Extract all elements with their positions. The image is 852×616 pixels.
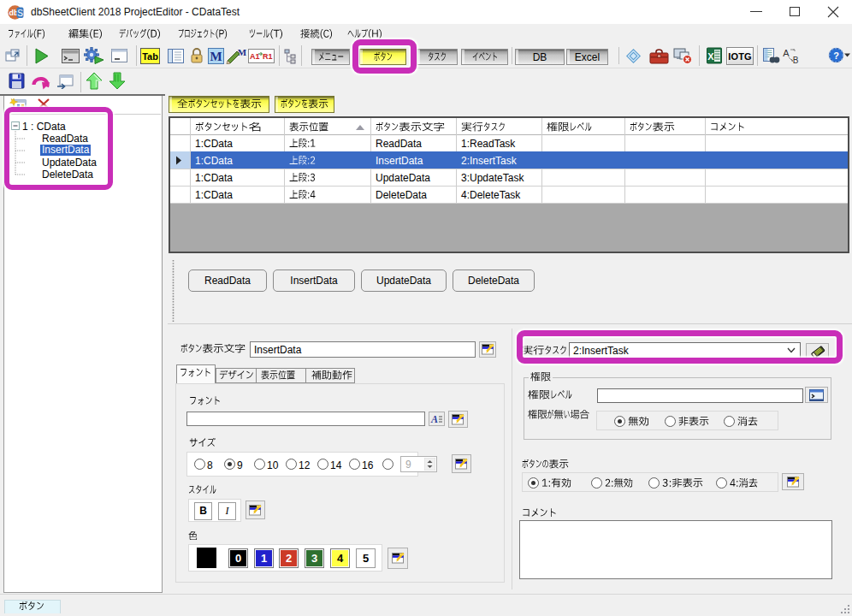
svg-text:M: M (238, 47, 247, 57)
svg-text:A: A (430, 413, 438, 424)
svg-text:B: B (793, 56, 799, 65)
svg-text:X: X (707, 51, 714, 62)
svg-text:Tab: Tab (142, 51, 158, 62)
svg-text:A1: A1 (250, 52, 260, 61)
svg-text:A: A (783, 48, 790, 58)
svg-text:S: S (17, 9, 23, 18)
svg-text:M: M (210, 50, 222, 63)
svg-text:R1: R1 (263, 52, 273, 61)
svg-text:?: ? (833, 50, 839, 61)
